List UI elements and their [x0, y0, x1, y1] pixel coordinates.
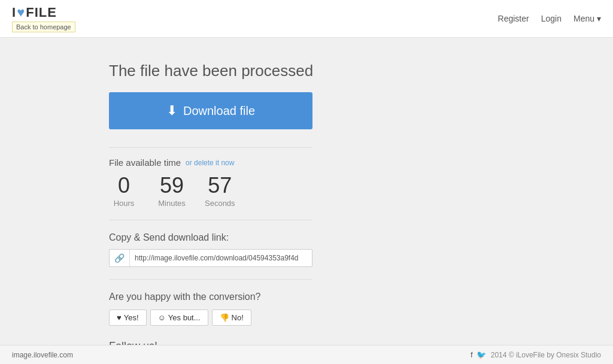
conversion-label: Are you happy with the conversion?	[109, 292, 504, 302]
smile-icon: ☺	[158, 313, 166, 322]
register-link[interactable]: Register	[498, 14, 529, 23]
logo-area: I ♥ FILE Back to homepage	[12, 5, 75, 32]
timer-seconds-label: Seconds	[205, 199, 235, 208]
divider-1	[109, 147, 312, 148]
timer-hours: 0 Hours	[109, 175, 139, 208]
divider-2	[109, 220, 312, 220]
footer-tw-icon: 🐦	[477, 350, 486, 359]
logo: I ♥ FILE	[12, 5, 57, 20]
download-file-button[interactable]: ⬇ Download file	[109, 92, 312, 129]
thumbsdown-icon: 👎	[220, 313, 229, 322]
menu-link[interactable]: Menu ▾	[573, 14, 601, 23]
footer-url: image.ilovefile.com	[12, 351, 73, 359]
yes-button[interactable]: ♥ Yes!	[109, 310, 147, 326]
link-icon: 🔗	[110, 250, 130, 266]
link-input-row: 🔗	[109, 249, 312, 267]
header: I ♥ FILE Back to homepage Register Login…	[0, 0, 613, 38]
logo-i: I	[12, 5, 16, 20]
chevron-down-icon: ▾	[597, 14, 601, 23]
delete-link[interactable]: or delete it now	[186, 159, 234, 167]
main-content: The file have been processed ⬇ Download …	[97, 38, 516, 364]
download-button-label: Download file	[183, 104, 255, 118]
login-link[interactable]: Login	[541, 14, 562, 23]
download-url-input[interactable]	[130, 250, 312, 266]
logo-file: FILE	[26, 5, 57, 20]
processed-title: The file have been processed	[109, 62, 504, 80]
footer-copyright: 2014 © iLoveFile by Onesix Studio	[491, 351, 601, 359]
timer-minutes-value: 59	[160, 175, 184, 196]
divider-3	[109, 279, 312, 280]
yes-label: Yes!	[124, 313, 139, 322]
timer-hours-label: Hours	[114, 199, 135, 208]
yes-but-button[interactable]: ☺ Yes but...	[150, 310, 208, 326]
footer: image.ilovefile.com f 🐦 2014 © iLoveFile…	[0, 345, 613, 364]
menu-label: Menu	[573, 14, 594, 23]
footer-fb-icon: f	[471, 350, 473, 359]
copy-send-label: Copy & Send download link:	[109, 232, 504, 243]
no-label: No!	[232, 313, 244, 322]
timer-seconds-value: 57	[208, 175, 232, 196]
footer-social: f 🐦	[471, 350, 486, 359]
nav-links: Register Login Menu ▾	[498, 14, 601, 23]
timer-row: 0 Hours 59 Minutes 57 Seconds	[109, 175, 504, 208]
download-icon: ⬇	[166, 103, 177, 119]
yes-but-label: Yes but...	[168, 313, 201, 322]
logo-heart-icon: ♥	[17, 5, 25, 20]
footer-right: f 🐦 2014 © iLoveFile by Onesix Studio	[471, 350, 601, 359]
timer-hours-value: 0	[118, 175, 130, 196]
file-available-text: File available time	[109, 157, 181, 168]
back-to-homepage-link[interactable]: Back to homepage	[12, 22, 75, 32]
conversion-buttons: ♥ Yes! ☺ Yes but... 👎 No!	[109, 310, 504, 326]
file-available-label: File available time or delete it now	[109, 157, 504, 168]
timer-minutes: 59 Minutes	[157, 175, 187, 208]
heart-icon: ♥	[117, 313, 122, 322]
no-button[interactable]: 👎 No!	[212, 310, 251, 326]
timer-seconds: 57 Seconds	[205, 175, 235, 208]
timer-minutes-label: Minutes	[158, 199, 186, 208]
